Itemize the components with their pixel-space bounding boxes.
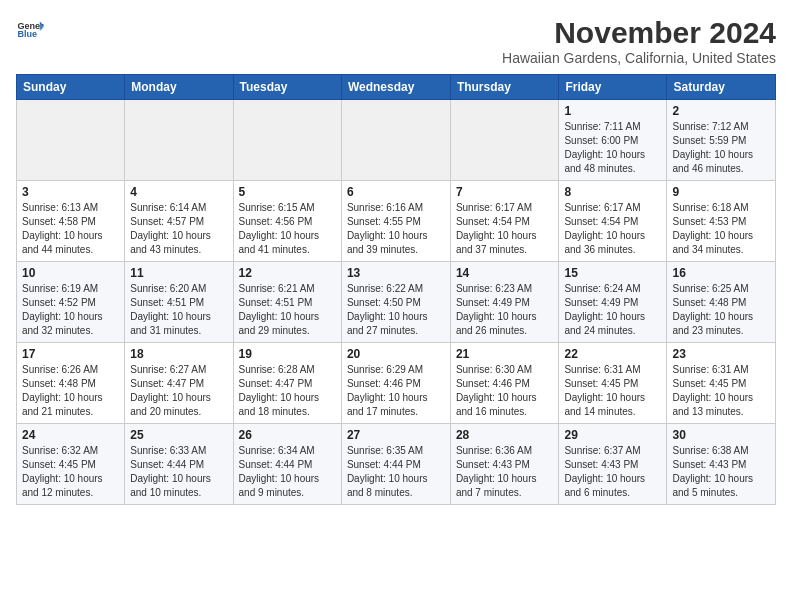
day-number: 19: [239, 347, 336, 361]
day-number: 14: [456, 266, 554, 280]
logo: General Blue: [16, 16, 44, 44]
calendar-day-cell: 29Sunrise: 6:37 AM Sunset: 4:43 PM Dayli…: [559, 424, 667, 505]
calendar-day-cell: 11Sunrise: 6:20 AM Sunset: 4:51 PM Dayli…: [125, 262, 233, 343]
day-number: 16: [672, 266, 770, 280]
day-number: 18: [130, 347, 227, 361]
day-info: Sunrise: 6:14 AM Sunset: 4:57 PM Dayligh…: [130, 201, 227, 257]
day-number: 7: [456, 185, 554, 199]
calendar-day-cell: 24Sunrise: 6:32 AM Sunset: 4:45 PM Dayli…: [17, 424, 125, 505]
calendar-day-cell: 23Sunrise: 6:31 AM Sunset: 4:45 PM Dayli…: [667, 343, 776, 424]
day-number: 28: [456, 428, 554, 442]
calendar-week-row: 1Sunrise: 7:11 AM Sunset: 6:00 PM Daylig…: [17, 100, 776, 181]
calendar-header-row: SundayMondayTuesdayWednesdayThursdayFrid…: [17, 75, 776, 100]
calendar-day-cell: 4Sunrise: 6:14 AM Sunset: 4:57 PM Daylig…: [125, 181, 233, 262]
day-number: 21: [456, 347, 554, 361]
calendar-day-cell: 14Sunrise: 6:23 AM Sunset: 4:49 PM Dayli…: [450, 262, 559, 343]
calendar-day-cell: [450, 100, 559, 181]
weekday-header: Thursday: [450, 75, 559, 100]
weekday-header: Sunday: [17, 75, 125, 100]
weekday-header: Saturday: [667, 75, 776, 100]
calendar-day-cell: 9Sunrise: 6:18 AM Sunset: 4:53 PM Daylig…: [667, 181, 776, 262]
day-info: Sunrise: 6:13 AM Sunset: 4:58 PM Dayligh…: [22, 201, 119, 257]
calendar-day-cell: [341, 100, 450, 181]
calendar-day-cell: 2Sunrise: 7:12 AM Sunset: 5:59 PM Daylig…: [667, 100, 776, 181]
day-number: 10: [22, 266, 119, 280]
day-info: Sunrise: 6:26 AM Sunset: 4:48 PM Dayligh…: [22, 363, 119, 419]
calendar-day-cell: 25Sunrise: 6:33 AM Sunset: 4:44 PM Dayli…: [125, 424, 233, 505]
calendar-day-cell: 22Sunrise: 6:31 AM Sunset: 4:45 PM Dayli…: [559, 343, 667, 424]
page-title: November 2024: [502, 16, 776, 50]
day-number: 1: [564, 104, 661, 118]
day-number: 17: [22, 347, 119, 361]
calendar-day-cell: 7Sunrise: 6:17 AM Sunset: 4:54 PM Daylig…: [450, 181, 559, 262]
calendar-day-cell: 27Sunrise: 6:35 AM Sunset: 4:44 PM Dayli…: [341, 424, 450, 505]
day-number: 20: [347, 347, 445, 361]
calendar-day-cell: 3Sunrise: 6:13 AM Sunset: 4:58 PM Daylig…: [17, 181, 125, 262]
day-info: Sunrise: 6:30 AM Sunset: 4:46 PM Dayligh…: [456, 363, 554, 419]
day-info: Sunrise: 6:35 AM Sunset: 4:44 PM Dayligh…: [347, 444, 445, 500]
day-number: 3: [22, 185, 119, 199]
calendar-day-cell: 30Sunrise: 6:38 AM Sunset: 4:43 PM Dayli…: [667, 424, 776, 505]
calendar-day-cell: [17, 100, 125, 181]
day-info: Sunrise: 6:16 AM Sunset: 4:55 PM Dayligh…: [347, 201, 445, 257]
calendar-week-row: 24Sunrise: 6:32 AM Sunset: 4:45 PM Dayli…: [17, 424, 776, 505]
calendar-day-cell: 12Sunrise: 6:21 AM Sunset: 4:51 PM Dayli…: [233, 262, 341, 343]
day-number: 30: [672, 428, 770, 442]
calendar-day-cell: 20Sunrise: 6:29 AM Sunset: 4:46 PM Dayli…: [341, 343, 450, 424]
day-info: Sunrise: 6:34 AM Sunset: 4:44 PM Dayligh…: [239, 444, 336, 500]
calendar-day-cell: [125, 100, 233, 181]
day-info: Sunrise: 6:27 AM Sunset: 4:47 PM Dayligh…: [130, 363, 227, 419]
day-info: Sunrise: 6:19 AM Sunset: 4:52 PM Dayligh…: [22, 282, 119, 338]
day-number: 9: [672, 185, 770, 199]
day-number: 29: [564, 428, 661, 442]
calendar-day-cell: 26Sunrise: 6:34 AM Sunset: 4:44 PM Dayli…: [233, 424, 341, 505]
day-number: 27: [347, 428, 445, 442]
day-info: Sunrise: 6:29 AM Sunset: 4:46 PM Dayligh…: [347, 363, 445, 419]
day-info: Sunrise: 6:23 AM Sunset: 4:49 PM Dayligh…: [456, 282, 554, 338]
calendar-table: SundayMondayTuesdayWednesdayThursdayFrid…: [16, 74, 776, 505]
title-area: November 2024 Hawaiian Gardens, Californ…: [502, 16, 776, 66]
calendar-day-cell: 28Sunrise: 6:36 AM Sunset: 4:43 PM Dayli…: [450, 424, 559, 505]
calendar-day-cell: 13Sunrise: 6:22 AM Sunset: 4:50 PM Dayli…: [341, 262, 450, 343]
day-info: Sunrise: 6:25 AM Sunset: 4:48 PM Dayligh…: [672, 282, 770, 338]
day-info: Sunrise: 6:36 AM Sunset: 4:43 PM Dayligh…: [456, 444, 554, 500]
day-info: Sunrise: 6:31 AM Sunset: 4:45 PM Dayligh…: [564, 363, 661, 419]
day-info: Sunrise: 6:15 AM Sunset: 4:56 PM Dayligh…: [239, 201, 336, 257]
day-number: 22: [564, 347, 661, 361]
day-info: Sunrise: 6:18 AM Sunset: 4:53 PM Dayligh…: [672, 201, 770, 257]
day-info: Sunrise: 7:12 AM Sunset: 5:59 PM Dayligh…: [672, 120, 770, 176]
day-info: Sunrise: 6:37 AM Sunset: 4:43 PM Dayligh…: [564, 444, 661, 500]
day-info: Sunrise: 6:32 AM Sunset: 4:45 PM Dayligh…: [22, 444, 119, 500]
calendar-day-cell: 1Sunrise: 7:11 AM Sunset: 6:00 PM Daylig…: [559, 100, 667, 181]
day-number: 24: [22, 428, 119, 442]
calendar-day-cell: 5Sunrise: 6:15 AM Sunset: 4:56 PM Daylig…: [233, 181, 341, 262]
calendar-day-cell: 21Sunrise: 6:30 AM Sunset: 4:46 PM Dayli…: [450, 343, 559, 424]
day-number: 6: [347, 185, 445, 199]
calendar-day-cell: 19Sunrise: 6:28 AM Sunset: 4:47 PM Dayli…: [233, 343, 341, 424]
day-info: Sunrise: 6:24 AM Sunset: 4:49 PM Dayligh…: [564, 282, 661, 338]
calendar-day-cell: 6Sunrise: 6:16 AM Sunset: 4:55 PM Daylig…: [341, 181, 450, 262]
weekday-header: Friday: [559, 75, 667, 100]
day-number: 23: [672, 347, 770, 361]
page-subtitle: Hawaiian Gardens, California, United Sta…: [502, 50, 776, 66]
day-info: Sunrise: 6:17 AM Sunset: 4:54 PM Dayligh…: [456, 201, 554, 257]
calendar-day-cell: 18Sunrise: 6:27 AM Sunset: 4:47 PM Dayli…: [125, 343, 233, 424]
weekday-header: Wednesday: [341, 75, 450, 100]
day-number: 4: [130, 185, 227, 199]
day-info: Sunrise: 6:20 AM Sunset: 4:51 PM Dayligh…: [130, 282, 227, 338]
calendar-day-cell: 10Sunrise: 6:19 AM Sunset: 4:52 PM Dayli…: [17, 262, 125, 343]
weekday-header: Monday: [125, 75, 233, 100]
day-number: 2: [672, 104, 770, 118]
weekday-header: Tuesday: [233, 75, 341, 100]
day-info: Sunrise: 7:11 AM Sunset: 6:00 PM Dayligh…: [564, 120, 661, 176]
day-info: Sunrise: 6:38 AM Sunset: 4:43 PM Dayligh…: [672, 444, 770, 500]
day-number: 13: [347, 266, 445, 280]
calendar-day-cell: 8Sunrise: 6:17 AM Sunset: 4:54 PM Daylig…: [559, 181, 667, 262]
calendar-week-row: 17Sunrise: 6:26 AM Sunset: 4:48 PM Dayli…: [17, 343, 776, 424]
calendar-day-cell: 15Sunrise: 6:24 AM Sunset: 4:49 PM Dayli…: [559, 262, 667, 343]
day-info: Sunrise: 6:17 AM Sunset: 4:54 PM Dayligh…: [564, 201, 661, 257]
calendar-day-cell: 16Sunrise: 6:25 AM Sunset: 4:48 PM Dayli…: [667, 262, 776, 343]
day-number: 12: [239, 266, 336, 280]
day-number: 5: [239, 185, 336, 199]
calendar-day-cell: 17Sunrise: 6:26 AM Sunset: 4:48 PM Dayli…: [17, 343, 125, 424]
